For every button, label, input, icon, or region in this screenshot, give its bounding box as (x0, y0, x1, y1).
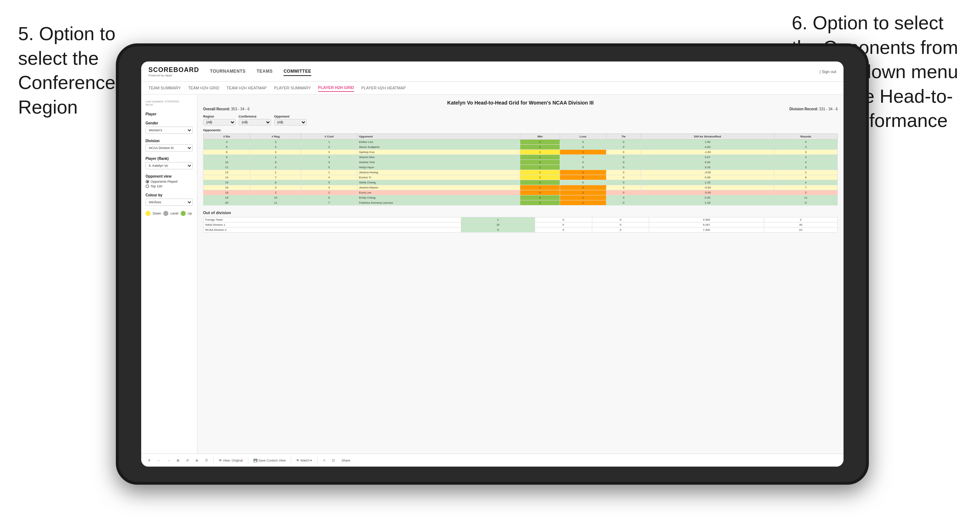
cell-value: 1 (301, 140, 357, 145)
toolbar-watch[interactable]: 👁 Watch ▾ (295, 458, 313, 463)
table-row: 1822Euna Lee020-5.002 (204, 190, 838, 195)
cell-value: 3 (774, 145, 837, 150)
out-division-cell: 7.400 (649, 227, 764, 233)
cell-value: 2 (520, 175, 560, 180)
cell-value: 1 (560, 195, 606, 200)
legend-dot-up (181, 211, 186, 216)
table-row: 19106Emily Chang4100.3011 (204, 195, 838, 200)
cell-value: 15 (204, 180, 250, 185)
sign-out-link[interactable]: Sign out (822, 70, 836, 74)
legend: Down Level Up (146, 211, 192, 216)
toolbar-save-custom-view[interactable]: 💾 Save Custom View (252, 458, 287, 463)
cell-value: 1 (520, 140, 560, 145)
cell-opponent-name: Andrea York (357, 160, 520, 165)
cell-value: 0 (606, 155, 641, 160)
toolbar-refresh[interactable]: ↺ (185, 458, 191, 463)
cell-value: -3.00 (641, 170, 774, 175)
opponents-label: Opponents: (203, 129, 838, 132)
cell-value: 1.33 (641, 200, 774, 205)
gender-label: Gender (146, 121, 192, 125)
cell-value: 1 (520, 155, 560, 160)
cell-value: 3 (301, 150, 357, 155)
radio-top100[interactable]: Top 100 (146, 184, 192, 188)
cell-value: 20 (204, 200, 250, 205)
player-rank-select[interactable]: 8. Katelyn Vo (146, 162, 192, 169)
out-division-cell: 0 (592, 217, 649, 222)
header-right: | Sign out (819, 70, 836, 74)
cell-value: 6 (301, 195, 357, 200)
toolbar-timer[interactable]: ⏱ (204, 458, 210, 463)
toolbar-share[interactable]: Share (340, 458, 352, 463)
cell-value: 0 (560, 180, 606, 185)
gender-select[interactable]: Women's Men's (146, 127, 192, 134)
radio-opponents-played[interactable]: Opponents Played (146, 180, 192, 183)
sub-nav-player-h2h-heatmap[interactable]: PLAYER H2H HEATMAP (361, 84, 406, 92)
out-division-cell: 4.500 (649, 217, 764, 222)
toolbar-add[interactable]: ⊕ (194, 458, 200, 463)
sub-nav-team-summary[interactable]: TEAM SUMMARY (148, 84, 181, 92)
opponent-radio-group: Opponents Played Top 100 (146, 180, 192, 188)
cell-value: -0.94 (641, 185, 774, 190)
filter-opponent: Opponent (All) (274, 115, 307, 125)
cell-opponent-name: Jessica Mason (357, 185, 520, 190)
colour-by-select[interactable]: Win/loss (146, 198, 192, 206)
cell-value: 1 (560, 200, 606, 205)
toolbar-grid[interactable]: ⊞ (175, 458, 181, 463)
cell-value: -5.00 (641, 190, 774, 195)
toolbar-divider-1 (213, 457, 213, 464)
sub-nav-player-h2h-grid[interactable]: PLAYER H2H GRID (318, 84, 354, 92)
cell-value: 3.33 (641, 165, 774, 170)
sub-nav-player-summary[interactable]: PLAYER SUMMARY (274, 84, 311, 92)
cell-opponent-name: Emily Chang (357, 195, 520, 200)
nav-committee[interactable]: COMMITTEE (283, 67, 311, 76)
opponent-select[interactable]: (All) (274, 119, 307, 125)
cell-opponent-name: Eunice Yi (357, 175, 520, 180)
toolbar-divider-3 (291, 457, 291, 464)
table-row: 633Sydney Kuo110-1.003 (204, 150, 838, 155)
cell-value: 8 (250, 180, 301, 185)
toolbar-forward[interactable]: → (165, 458, 172, 463)
col-div: # Div (204, 134, 250, 140)
toolbar-view-original[interactable]: 👁 View: Original (217, 458, 244, 463)
sub-nav-team-h2h-grid[interactable]: TEAM H2H GRID (188, 84, 220, 92)
nav-tournaments[interactable]: TOURNAMENTS (210, 67, 246, 76)
out-division-cell: 15 (461, 222, 535, 227)
table-row: 1063Andrea York2004.004 (204, 160, 838, 165)
cell-value: 3 (204, 140, 250, 145)
toolbar-back[interactable]: ← (156, 458, 162, 463)
h2h-table: # Div # Reg # Conf Opponent (203, 133, 838, 205)
sub-nav-team-h2h-heatmap[interactable]: TEAM H2H HEATMAP (227, 84, 267, 92)
cell-value: 4 (301, 185, 357, 190)
cell-value: 3 (250, 185, 301, 190)
legend-dot-down (146, 211, 151, 216)
legend-label-level: Level (170, 211, 178, 215)
cell-value: 4 (774, 180, 837, 185)
out-division-row: NCAA Division 25007.40010 (204, 227, 838, 233)
cell-value: 2 (520, 200, 560, 205)
toolbar-share-icon[interactable]: ↗ (321, 458, 327, 463)
toolbar-undo[interactable]: ↺ (146, 458, 152, 463)
cell-value: 11 (204, 165, 250, 170)
cell-value: 19 (204, 195, 250, 200)
out-division-cell: 2 (764, 217, 837, 222)
out-division-cell: 0 (592, 227, 649, 233)
radio-dot-top100 (146, 184, 149, 188)
region-select[interactable]: (All) (203, 119, 235, 125)
cell-value: 1 (250, 155, 301, 160)
cell-value: 6 (204, 150, 250, 155)
toolbar-layout[interactable]: ⊡ (331, 458, 336, 463)
cell-value: 7 (774, 185, 837, 190)
cell-value: -1.00 (641, 150, 774, 155)
filter-row: Region (All) Conference (All) Opponent (203, 115, 838, 125)
opponent-view-section: Opponent view Opponents Played Top 100 (146, 175, 192, 188)
cell-value: 4.00 (641, 160, 774, 165)
table-row: 522Alexis Sudjianto1004.003 (204, 145, 838, 150)
conference-select[interactable]: (All) (239, 119, 271, 125)
division-select[interactable]: NCAA Division III NCAA Division I (146, 144, 192, 152)
radio-dot-opponents (146, 180, 149, 183)
cell-value: 0.38 (641, 175, 774, 180)
cell-value: 1 (520, 185, 560, 190)
cell-value: 3.67 (641, 155, 774, 160)
nav-teams[interactable]: TEAMS (257, 67, 273, 76)
out-division-table: Foreign Team1004.5002NAIA Division 11500… (203, 217, 838, 233)
